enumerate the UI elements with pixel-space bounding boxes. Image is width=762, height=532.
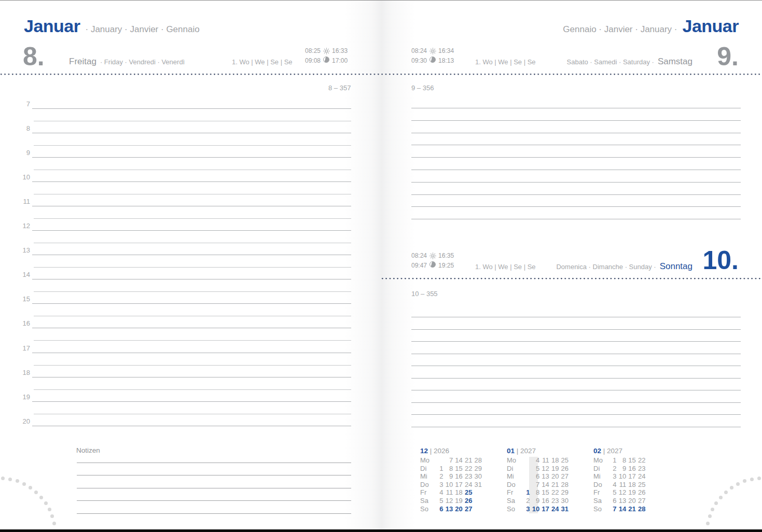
calendar-day: 17 bbox=[453, 481, 463, 489]
decorative-dot bbox=[29, 486, 32, 489]
weekday-label: Mo bbox=[420, 456, 434, 465]
ruled-line bbox=[411, 366, 741, 366]
calendar-day: 1 bbox=[607, 456, 617, 465]
moonset-time: 18:13 bbox=[438, 57, 454, 64]
hour-line bbox=[32, 303, 351, 304]
calendar-day: 12 bbox=[444, 497, 453, 505]
calendar-day: 25 bbox=[559, 456, 569, 465]
calendar-day: 14 bbox=[539, 481, 549, 489]
calendar-day: 4 bbox=[434, 488, 444, 497]
ruled-line bbox=[411, 170, 741, 170]
calendar-day: 7 bbox=[530, 481, 540, 489]
calendar-week-row: Mo181522 bbox=[593, 456, 655, 465]
ruled-line bbox=[411, 145, 741, 145]
calendar-day: 25 bbox=[636, 481, 646, 489]
calendar-week-row: Mi29162330 bbox=[420, 472, 482, 481]
calendar-day: 1 bbox=[434, 465, 444, 473]
calendar-day: 27 bbox=[463, 505, 473, 513]
half-hour-line bbox=[34, 316, 351, 316]
weekday-label: Sa bbox=[593, 497, 607, 505]
ruled-line bbox=[411, 108, 741, 108]
calendar-day bbox=[645, 497, 655, 505]
calendar-day: 24 bbox=[463, 481, 473, 489]
calendar-day bbox=[645, 481, 655, 489]
calendar-day: 6 bbox=[607, 497, 617, 505]
day-number-saturday: 9. bbox=[717, 44, 739, 69]
calendar-day: 10 bbox=[444, 481, 453, 489]
moonset-time: 17:00 bbox=[332, 57, 348, 64]
decorative-dot bbox=[39, 496, 43, 499]
ruled-line bbox=[411, 329, 741, 330]
decorative-dot bbox=[34, 491, 38, 494]
hour-line bbox=[32, 426, 351, 426]
calendar-day: 23 bbox=[463, 472, 473, 481]
decorative-dot bbox=[48, 508, 51, 511]
ruled-line bbox=[411, 157, 741, 158]
half-hour-line bbox=[34, 243, 351, 243]
half-hour-line bbox=[34, 121, 351, 121]
decorative-dot bbox=[724, 491, 728, 494]
calendar-day: 18 bbox=[549, 456, 559, 465]
calendar-week-row: Mo4111825 bbox=[507, 456, 569, 465]
sun-icon bbox=[430, 253, 436, 259]
calendar-week-row: So310172431 bbox=[507, 505, 569, 513]
month-title-translations: · January · Janvier · Gennaio bbox=[86, 24, 200, 35]
calendar-day: 5 bbox=[434, 497, 444, 505]
hour-label: 16 bbox=[13, 320, 30, 327]
dotted-rule-sunday bbox=[381, 277, 762, 280]
calendar-day: 4 bbox=[530, 456, 540, 465]
hour-line bbox=[32, 230, 351, 231]
hour-line bbox=[32, 133, 351, 133]
calendar-day: 23 bbox=[636, 465, 646, 473]
calendar-day: 16 bbox=[626, 465, 636, 473]
calendar-day bbox=[520, 465, 530, 473]
half-hour-line bbox=[34, 145, 351, 146]
hour-label: 14 bbox=[13, 271, 30, 278]
ruled-line bbox=[77, 475, 351, 475]
calendar-month: 01 bbox=[507, 447, 515, 455]
hour-line bbox=[32, 328, 351, 328]
decorative-dot bbox=[22, 482, 26, 486]
weekday-label: Fr bbox=[507, 488, 520, 497]
calendar-day: 18 bbox=[626, 481, 636, 489]
hour-label: 7 bbox=[13, 101, 30, 108]
decorative-dot bbox=[44, 501, 48, 505]
calendar-day bbox=[472, 488, 482, 497]
calendar-day bbox=[645, 456, 655, 465]
decorative-dot bbox=[736, 482, 740, 486]
calendar-day: 15 bbox=[453, 465, 463, 473]
hour-line bbox=[32, 401, 351, 402]
calendar-day: 29 bbox=[559, 488, 569, 497]
half-hour-line bbox=[34, 365, 351, 366]
hour-label: 10 bbox=[13, 174, 30, 181]
calendar-day: 14 bbox=[617, 505, 627, 513]
calendar-day: 16 bbox=[539, 497, 549, 505]
decorative-dot bbox=[16, 479, 19, 483]
sunrise-time: 08:24 bbox=[411, 47, 427, 54]
calendar-day: 22 bbox=[463, 465, 473, 473]
calendar-week-row: Fr5121926 bbox=[593, 488, 655, 497]
calendar-day: 15 bbox=[539, 488, 549, 497]
calendar-day: 11 bbox=[617, 481, 627, 489]
calendar-day: 22 bbox=[636, 456, 646, 465]
calendar-day bbox=[520, 472, 530, 481]
calendar-day: 29 bbox=[472, 465, 482, 473]
decorative-dot bbox=[52, 522, 56, 525]
calendar-header: 12 | 2026 bbox=[420, 446, 482, 456]
calendar-day bbox=[472, 497, 482, 505]
ruled-line bbox=[411, 206, 741, 207]
ruled-line bbox=[77, 463, 351, 463]
moon-icon bbox=[323, 57, 329, 64]
calendar-day bbox=[434, 456, 444, 465]
calendar-header: 02 | 2027 bbox=[593, 446, 655, 456]
calendar-day: 6 bbox=[530, 472, 540, 481]
decorative-dot bbox=[1, 477, 5, 480]
calendar-day: 5 bbox=[607, 488, 617, 497]
calendar-day: 31 bbox=[559, 505, 569, 513]
calendar-day: 27 bbox=[559, 472, 569, 481]
decorative-dot bbox=[757, 477, 761, 480]
calendar-day: 17 bbox=[539, 505, 549, 513]
hour-label: 13 bbox=[13, 247, 30, 254]
calendar-day: 13 bbox=[539, 472, 549, 481]
weekday-label: Mo bbox=[593, 456, 607, 465]
